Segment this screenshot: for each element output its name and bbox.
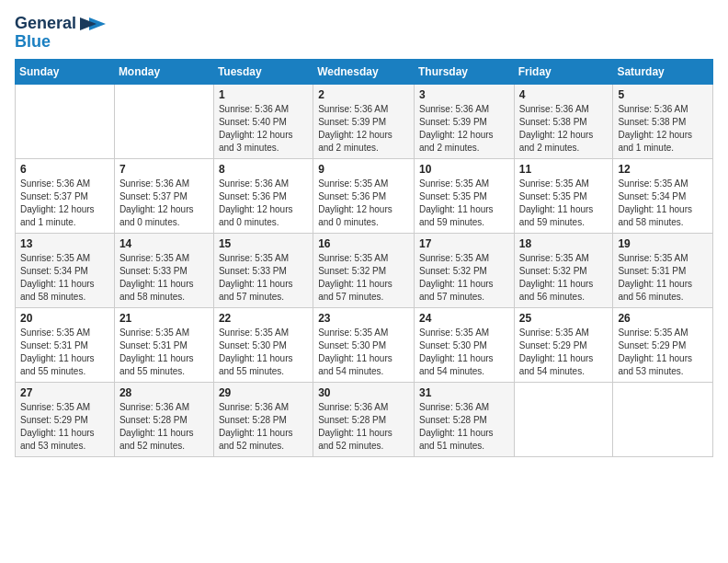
calendar-cell: 11Sunrise: 5:35 AM Sunset: 5:35 PM Dayli… bbox=[514, 158, 613, 233]
day-number: 30 bbox=[318, 386, 409, 399]
calendar-cell: 6Sunrise: 5:36 AM Sunset: 5:37 PM Daylig… bbox=[16, 158, 115, 233]
day-info: Sunrise: 5:36 AM Sunset: 5:39 PM Dayligh… bbox=[419, 103, 509, 155]
calendar-cell: 23Sunrise: 5:35 AM Sunset: 5:30 PM Dayli… bbox=[313, 307, 415, 382]
logo: General Blue bbox=[15, 15, 106, 52]
day-number: 9 bbox=[318, 163, 409, 176]
day-number: 20 bbox=[20, 312, 109, 325]
day-info: Sunrise: 5:35 AM Sunset: 5:33 PM Dayligh… bbox=[219, 252, 308, 304]
day-info: Sunrise: 5:36 AM Sunset: 5:38 PM Dayligh… bbox=[519, 103, 609, 155]
day-number: 26 bbox=[618, 312, 708, 325]
calendar-cell: 8Sunrise: 5:36 AM Sunset: 5:36 PM Daylig… bbox=[213, 158, 313, 233]
day-number: 27 bbox=[20, 386, 109, 399]
weekday-header-saturday: Saturday bbox=[613, 59, 713, 84]
day-info: Sunrise: 5:35 AM Sunset: 5:29 PM Dayligh… bbox=[20, 401, 109, 453]
day-info: Sunrise: 5:35 AM Sunset: 5:29 PM Dayligh… bbox=[519, 327, 609, 378]
calendar-cell: 22Sunrise: 5:35 AM Sunset: 5:30 PM Dayli… bbox=[213, 307, 313, 382]
calendar-cell: 4Sunrise: 5:36 AM Sunset: 5:38 PM Daylig… bbox=[514, 84, 613, 158]
day-number: 28 bbox=[119, 386, 209, 399]
day-info: Sunrise: 5:36 AM Sunset: 5:37 PM Dayligh… bbox=[119, 178, 209, 229]
day-number: 31 bbox=[419, 386, 509, 399]
weekday-header-tuesday: Tuesday bbox=[213, 59, 313, 84]
calendar-cell: 5Sunrise: 5:36 AM Sunset: 5:38 PM Daylig… bbox=[613, 84, 713, 158]
day-info: Sunrise: 5:36 AM Sunset: 5:28 PM Dayligh… bbox=[119, 401, 209, 453]
day-number: 5 bbox=[618, 88, 708, 101]
day-number: 17 bbox=[419, 237, 509, 250]
weekday-header-thursday: Thursday bbox=[414, 59, 514, 84]
calendar-cell: 2Sunrise: 5:36 AM Sunset: 5:39 PM Daylig… bbox=[313, 84, 415, 158]
day-info: Sunrise: 5:36 AM Sunset: 5:28 PM Dayligh… bbox=[419, 401, 509, 453]
calendar-cell: 26Sunrise: 5:35 AM Sunset: 5:29 PM Dayli… bbox=[613, 307, 713, 382]
day-number: 14 bbox=[119, 237, 209, 250]
calendar-cell: 17Sunrise: 5:35 AM Sunset: 5:32 PM Dayli… bbox=[414, 233, 514, 307]
weekday-header-monday: Monday bbox=[114, 59, 213, 84]
calendar-cell: 25Sunrise: 5:35 AM Sunset: 5:29 PM Dayli… bbox=[514, 307, 613, 382]
weekday-header-sunday: Sunday bbox=[16, 59, 115, 84]
calendar-cell: 12Sunrise: 5:35 AM Sunset: 5:34 PM Dayli… bbox=[613, 158, 713, 233]
calendar-cell: 27Sunrise: 5:35 AM Sunset: 5:29 PM Dayli… bbox=[16, 382, 115, 456]
day-number: 2 bbox=[318, 88, 409, 101]
calendar-cell: 19Sunrise: 5:35 AM Sunset: 5:31 PM Dayli… bbox=[613, 233, 713, 307]
calendar-cell: 7Sunrise: 5:36 AM Sunset: 5:37 PM Daylig… bbox=[114, 158, 213, 233]
day-number: 18 bbox=[519, 237, 609, 250]
calendar-cell: 1Sunrise: 5:36 AM Sunset: 5:40 PM Daylig… bbox=[213, 84, 313, 158]
day-number: 11 bbox=[519, 163, 609, 176]
calendar-cell: 18Sunrise: 5:35 AM Sunset: 5:32 PM Dayli… bbox=[514, 233, 613, 307]
day-info: Sunrise: 5:36 AM Sunset: 5:39 PM Dayligh… bbox=[318, 103, 409, 155]
day-number: 23 bbox=[318, 312, 409, 325]
calendar-cell: 20Sunrise: 5:35 AM Sunset: 5:31 PM Dayli… bbox=[16, 307, 115, 382]
day-info: Sunrise: 5:35 AM Sunset: 5:36 PM Dayligh… bbox=[318, 178, 409, 229]
day-number: 22 bbox=[219, 312, 308, 325]
calendar-cell bbox=[613, 382, 713, 456]
day-info: Sunrise: 5:35 AM Sunset: 5:30 PM Dayligh… bbox=[219, 327, 308, 378]
calendar-cell: 15Sunrise: 5:35 AM Sunset: 5:33 PM Dayli… bbox=[213, 233, 313, 307]
calendar-cell: 28Sunrise: 5:36 AM Sunset: 5:28 PM Dayli… bbox=[114, 382, 213, 456]
day-info: Sunrise: 5:35 AM Sunset: 5:31 PM Dayligh… bbox=[618, 252, 708, 304]
day-info: Sunrise: 5:35 AM Sunset: 5:35 PM Dayligh… bbox=[419, 178, 509, 229]
calendar-cell: 10Sunrise: 5:35 AM Sunset: 5:35 PM Dayli… bbox=[414, 158, 514, 233]
calendar-cell bbox=[114, 84, 213, 158]
day-info: Sunrise: 5:36 AM Sunset: 5:28 PM Dayligh… bbox=[318, 401, 409, 453]
day-info: Sunrise: 5:35 AM Sunset: 5:32 PM Dayligh… bbox=[419, 252, 509, 304]
day-info: Sunrise: 5:35 AM Sunset: 5:30 PM Dayligh… bbox=[419, 327, 509, 378]
day-number: 13 bbox=[20, 237, 109, 250]
weekday-header-friday: Friday bbox=[514, 59, 613, 84]
calendar-cell: 24Sunrise: 5:35 AM Sunset: 5:30 PM Dayli… bbox=[414, 307, 514, 382]
calendar-cell: 3Sunrise: 5:36 AM Sunset: 5:39 PM Daylig… bbox=[414, 84, 514, 158]
calendar-cell: 13Sunrise: 5:35 AM Sunset: 5:34 PM Dayli… bbox=[16, 233, 115, 307]
day-info: Sunrise: 5:35 AM Sunset: 5:29 PM Dayligh… bbox=[618, 327, 708, 378]
day-number: 16 bbox=[318, 237, 409, 250]
day-info: Sunrise: 5:36 AM Sunset: 5:28 PM Dayligh… bbox=[219, 401, 308, 453]
calendar-table: SundayMondayTuesdayWednesdayThursdayFrid… bbox=[15, 59, 713, 457]
calendar-cell: 21Sunrise: 5:35 AM Sunset: 5:31 PM Dayli… bbox=[114, 307, 213, 382]
day-info: Sunrise: 5:35 AM Sunset: 5:31 PM Dayligh… bbox=[20, 327, 109, 378]
day-info: Sunrise: 5:36 AM Sunset: 5:37 PM Dayligh… bbox=[20, 178, 109, 229]
day-number: 6 bbox=[20, 163, 109, 176]
day-info: Sunrise: 5:36 AM Sunset: 5:36 PM Dayligh… bbox=[219, 178, 308, 229]
day-number: 24 bbox=[419, 312, 509, 325]
day-info: Sunrise: 5:35 AM Sunset: 5:30 PM Dayligh… bbox=[318, 327, 409, 378]
day-number: 25 bbox=[519, 312, 609, 325]
calendar-cell bbox=[514, 382, 613, 456]
page-header: General Blue bbox=[15, 15, 713, 52]
day-number: 7 bbox=[119, 163, 209, 176]
day-number: 12 bbox=[618, 163, 708, 176]
day-info: Sunrise: 5:35 AM Sunset: 5:34 PM Dayligh… bbox=[20, 252, 109, 304]
day-info: Sunrise: 5:35 AM Sunset: 5:31 PM Dayligh… bbox=[119, 327, 209, 378]
day-info: Sunrise: 5:35 AM Sunset: 5:35 PM Dayligh… bbox=[519, 178, 609, 229]
day-number: 15 bbox=[219, 237, 308, 250]
calendar-cell: 30Sunrise: 5:36 AM Sunset: 5:28 PM Dayli… bbox=[313, 382, 415, 456]
calendar-cell bbox=[16, 84, 115, 158]
day-number: 8 bbox=[219, 163, 308, 176]
calendar-cell: 9Sunrise: 5:35 AM Sunset: 5:36 PM Daylig… bbox=[313, 158, 415, 233]
weekday-header-wednesday: Wednesday bbox=[313, 59, 415, 84]
day-info: Sunrise: 5:35 AM Sunset: 5:34 PM Dayligh… bbox=[618, 178, 708, 229]
day-number: 1 bbox=[219, 88, 308, 101]
calendar-cell: 16Sunrise: 5:35 AM Sunset: 5:32 PM Dayli… bbox=[313, 233, 415, 307]
logo-blue: Blue bbox=[15, 33, 51, 52]
day-info: Sunrise: 5:35 AM Sunset: 5:33 PM Dayligh… bbox=[119, 252, 209, 304]
calendar-cell: 31Sunrise: 5:36 AM Sunset: 5:28 PM Dayli… bbox=[414, 382, 514, 456]
day-number: 10 bbox=[419, 163, 509, 176]
day-number: 3 bbox=[419, 88, 509, 101]
calendar-cell: 14Sunrise: 5:35 AM Sunset: 5:33 PM Dayli… bbox=[114, 233, 213, 307]
day-info: Sunrise: 5:36 AM Sunset: 5:40 PM Dayligh… bbox=[219, 103, 308, 155]
